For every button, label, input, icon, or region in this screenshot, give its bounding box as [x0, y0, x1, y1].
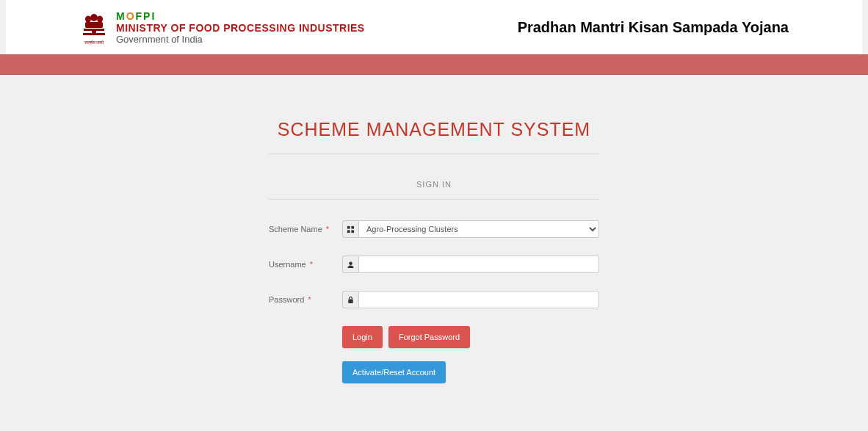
password-input-group [342, 291, 599, 308]
username-row: Username * [269, 256, 599, 273]
username-label: Username * [269, 260, 342, 269]
username-input-group [342, 256, 599, 273]
mofpi-acronym: MOFPI [116, 10, 365, 22]
login-panel: SCHEME MANAGEMENT SYSTEM SIGN IN Scheme … [269, 119, 599, 383]
scheme-input-group: Agro-Processing Clusters [342, 220, 599, 238]
login-form: Scheme Name * Agro-Processing Clusters U… [269, 220, 599, 383]
logo-block: सत्यमेव जयते MOFPI MINISTRY OF FOOD PROC… [79, 9, 365, 46]
scheme-name-select[interactable]: Agro-Processing Clusters [358, 220, 599, 238]
svg-rect-7 [347, 225, 350, 228]
ministry-full-name: MINISTRY OF FOOD PROCESSING INDUSTRIES [116, 22, 365, 34]
ministry-text-block: MOFPI MINISTRY OF FOOD PROCESSING INDUST… [116, 10, 365, 45]
password-row: Password * [269, 291, 599, 308]
svg-rect-9 [347, 230, 350, 233]
scheme-title: Pradhan Mantri Kisan Sampada Yojana [518, 19, 789, 36]
grid-icon [342, 220, 358, 238]
svg-point-1 [85, 15, 91, 22]
primary-button-row: Login Forgot Password [342, 326, 599, 348]
svg-point-11 [349, 261, 352, 265]
login-button[interactable]: Login [342, 326, 383, 348]
password-label: Password * [269, 295, 342, 304]
required-star: * [308, 295, 311, 304]
password-input[interactable] [358, 291, 599, 308]
government-line: Government of India [116, 34, 365, 45]
scheme-name-label: Scheme Name * [269, 225, 342, 233]
svg-rect-12 [348, 299, 352, 303]
forgot-password-button[interactable]: Forgot Password [388, 326, 470, 348]
lock-icon [342, 291, 358, 308]
required-star: * [326, 225, 329, 233]
system-heading: SCHEME MANAGEMENT SYSTEM [269, 119, 599, 154]
svg-rect-8 [351, 225, 354, 228]
svg-rect-6 [83, 33, 105, 35]
svg-point-2 [97, 15, 103, 22]
national-emblem-icon: सत्यमेव जयते [79, 9, 109, 46]
signin-heading: SIGN IN [269, 154, 599, 200]
svg-rect-10 [351, 230, 354, 233]
activate-row: Activate/Reset Account [342, 361, 599, 383]
scheme-name-row: Scheme Name * Agro-Processing Clusters [269, 220, 599, 238]
separator-band [0, 54, 868, 75]
activate-reset-button[interactable]: Activate/Reset Account [342, 361, 446, 383]
emblem-caption: सत्यमेव जयते [84, 40, 104, 46]
required-star: * [310, 260, 313, 269]
svg-rect-3 [85, 22, 103, 28]
user-icon [342, 256, 358, 273]
header-bar: सत्यमेव जयते MOFPI MINISTRY OF FOOD PROC… [6, 0, 862, 54]
svg-point-0 [90, 14, 98, 21]
username-input[interactable] [358, 256, 599, 273]
